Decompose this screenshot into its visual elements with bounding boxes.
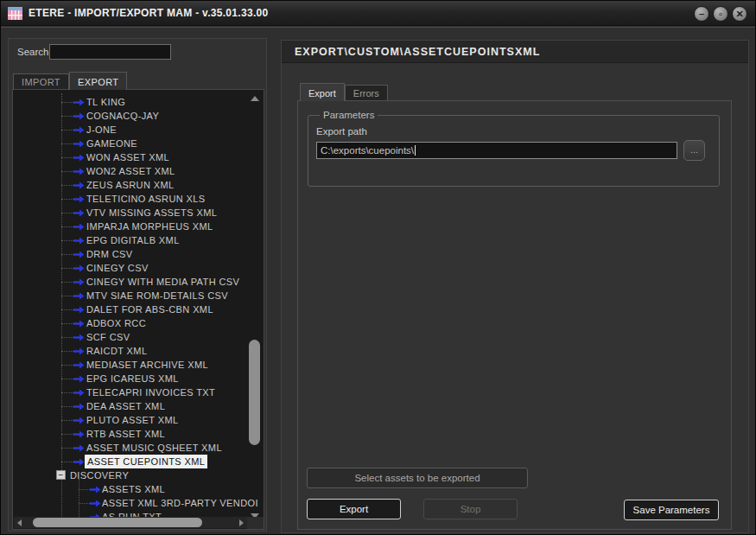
export-format-icon xyxy=(73,154,85,162)
tree-item[interactable]: ADBOX RCC xyxy=(13,316,264,330)
tree-item-label: COGNACQ-JAY xyxy=(86,109,159,123)
tree-item[interactable]: VTV MISSING ASSETS XML xyxy=(13,206,264,220)
tree-item[interactable]: ASSETS XML xyxy=(13,482,264,496)
tree-connector xyxy=(61,143,73,144)
scroll-left-icon[interactable] xyxy=(17,519,22,526)
export-format-icon xyxy=(73,168,85,175)
tab-import[interactable]: IMPORT xyxy=(13,73,69,90)
search-input[interactable] xyxy=(49,44,171,60)
tree-rows: TL KINGCOGNACQ-JAYJ-ONEGAMEONEWON ASSET … xyxy=(13,90,264,527)
maximize-button[interactable]: ▫ xyxy=(713,6,728,22)
select-assets-button[interactable]: Select assets to be exported xyxy=(307,468,528,488)
tree-item[interactable]: CINEGY CSV xyxy=(13,261,264,275)
tree-item-label: CINEGY CSV xyxy=(86,261,149,275)
export-format-icon xyxy=(73,209,85,217)
tree-item-label: ZEUS ASRUN XML xyxy=(86,178,175,192)
tree-item[interactable]: RTB ASSET XML xyxy=(13,427,264,441)
tree-connector xyxy=(61,434,73,435)
tree-item-label: TL KING xyxy=(86,95,125,109)
tab-errors[interactable]: Errors xyxy=(345,85,388,101)
tree-connector xyxy=(61,282,73,283)
tree-connector xyxy=(61,323,73,324)
tree-item[interactable]: SCF CSV xyxy=(13,330,264,344)
browse-button[interactable]: ... xyxy=(683,140,705,161)
scroll-right-icon[interactable] xyxy=(239,519,244,526)
tree-item[interactable]: IMPARJA MORPHEUS XML xyxy=(13,220,264,233)
tree-item-label: TELECAPRI INVOICES TXT xyxy=(86,385,215,399)
export-path-input[interactable]: C:\exports\cuepoints\ xyxy=(316,142,677,159)
tree-horizontal-scrollbar[interactable] xyxy=(14,517,247,528)
tree-item[interactable]: WON2 ASSET XML xyxy=(13,164,264,178)
tree-item[interactable]: TL KING xyxy=(13,95,264,109)
tree-item[interactable]: ASSET CUEPOINTS XML xyxy=(13,455,264,468)
tree-connector xyxy=(61,296,73,296)
export-format-icon xyxy=(73,320,85,328)
export-button[interactable]: Export xyxy=(307,499,401,519)
vertical-scroll-thumb[interactable] xyxy=(249,340,260,445)
tree-item[interactable]: COGNACQ-JAY xyxy=(13,109,264,123)
export-format-icon xyxy=(73,334,85,341)
tree-vertical-scrollbar[interactable] xyxy=(248,91,262,527)
tree-item-label: DRM CSV xyxy=(86,247,133,261)
export-tab-page: Parameters Export path C:\exports\cuepoi… xyxy=(297,100,732,530)
tree-item-label: SCF CSV xyxy=(86,330,130,344)
tree-connector xyxy=(61,171,73,172)
stop-button[interactable]: Stop xyxy=(423,499,518,519)
tree-item-label: PLUTO ASSET XML xyxy=(86,413,178,427)
search-label: Search xyxy=(17,47,48,57)
close-button[interactable]: ✕ xyxy=(732,6,747,22)
tree-item[interactable]: DEA ASSET XML xyxy=(13,399,264,413)
export-format-icon xyxy=(73,126,85,134)
export-format-icon xyxy=(73,375,85,383)
tree-item[interactable]: TELECAPRI INVOICES TXT xyxy=(13,385,264,399)
tree-connector xyxy=(61,240,73,241)
tree-item-label: MEDIASET ARCHIVE XML xyxy=(86,358,208,372)
parameters-group-label: Parameters xyxy=(320,110,378,120)
app-icon xyxy=(8,7,22,20)
tree-item[interactable]: PLUTO ASSET XML xyxy=(13,413,264,427)
tree-item[interactable]: WON ASSET XML xyxy=(13,150,264,164)
tab-export[interactable]: EXPORT xyxy=(69,72,127,90)
tree-item[interactable]: DALET FOR ABS-CBN XML xyxy=(13,303,264,316)
export-format-icon xyxy=(73,278,85,286)
tree-item[interactable]: DRM CSV xyxy=(13,247,264,261)
horizontal-scroll-thumb[interactable] xyxy=(33,518,202,527)
tree-item[interactable]: ZEUS ASRUN XML xyxy=(13,178,264,192)
search-row: Search xyxy=(9,39,266,68)
tree-item-label: MTV SIAE ROM-DETAILS CSV xyxy=(86,289,228,303)
export-format-icon xyxy=(73,430,85,438)
tree-item[interactable]: TELETICINO ASRUN XLS xyxy=(13,192,264,206)
tree-item[interactable]: MTV SIAE ROM-DETAILS CSV xyxy=(13,289,264,303)
tree-item[interactable]: −DISCOVERY xyxy=(13,468,264,482)
export-format-icon xyxy=(73,347,85,355)
collapse-icon[interactable]: − xyxy=(56,470,66,480)
save-parameters-button[interactable]: Save Parameters xyxy=(624,500,719,520)
scroll-up-icon[interactable] xyxy=(251,96,259,101)
tree-item[interactable]: ASSET MUSIC QSHEET XML xyxy=(13,441,264,455)
tree-item-label: ASSET CUEPOINTS XML xyxy=(85,455,207,468)
tree-item[interactable]: EPG ICAREUS XML xyxy=(13,372,264,385)
minimize-button[interactable]: – xyxy=(694,6,709,22)
tree-item[interactable]: J-ONE xyxy=(13,123,264,137)
tree-connector xyxy=(61,309,73,310)
tree-item-label: RAICDT XML xyxy=(86,344,147,358)
tree-item-label: J-ONE xyxy=(86,123,117,137)
tree-item[interactable]: RAICDT XML xyxy=(13,344,264,358)
tree-item[interactable]: CINEGY WITH MEDIA PATH CSV xyxy=(13,275,264,289)
export-format-icon xyxy=(73,251,85,258)
tree-connector xyxy=(61,379,73,379)
tree-item[interactable]: ASSET XML 3RD-PARTY VENDOI xyxy=(13,496,264,510)
tab-export-detail[interactable]: Export xyxy=(300,83,345,101)
import-export-tabs: IMPORT EXPORT xyxy=(13,70,127,90)
export-format-icon xyxy=(73,417,85,424)
tree-connector xyxy=(61,268,73,269)
tree-item[interactable]: EPG DIGITALB XML xyxy=(13,233,264,247)
export-format-icon xyxy=(73,223,85,231)
tree-item-label: DALET FOR ABS-CBN XML xyxy=(86,303,213,316)
tree-item[interactable]: MEDIASET ARCHIVE XML xyxy=(13,358,264,372)
export-format-icon xyxy=(90,486,101,494)
tree-connector xyxy=(61,420,73,421)
tree-connector xyxy=(61,213,73,213)
tree-connector xyxy=(61,365,73,366)
tree-item[interactable]: GAMEONE xyxy=(13,137,264,150)
